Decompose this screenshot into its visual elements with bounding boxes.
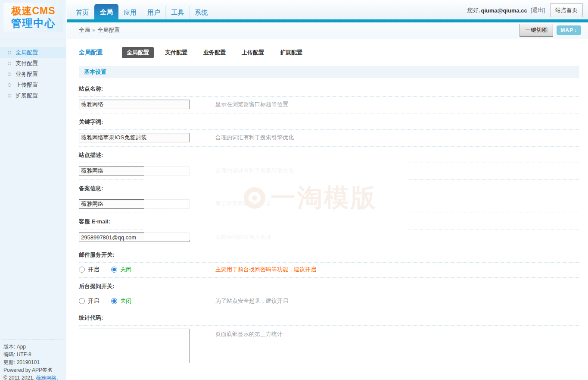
field-hint: 合理的词汇有利于搜索引擎优化: [215, 134, 294, 141]
sidebar-item-label: 支付配置: [16, 58, 38, 69]
field-label-site-description: 站点描述:: [79, 147, 579, 163]
copyright-link[interactable]: 薇雅网络.: [36, 375, 58, 380]
breadcrumb-current: 全局配置: [97, 27, 120, 33]
version-info: 版本: App: [3, 343, 63, 351]
field-hint: 显示在页面底部等位置: [215, 200, 271, 208]
radio-selected-icon[interactable]: [111, 267, 117, 273]
field-label-service-email: 客服 E-mail:: [79, 213, 579, 229]
statistics-code-textarea[interactable]: [79, 329, 190, 363]
main-nav: 首页 全局 应用 用户 工具 系统: [70, 4, 213, 19]
radio-selected-icon[interactable]: [111, 298, 117, 304]
content-panel: 全局配置 全局配置 支付配置 业务配置 上传配置 扩展配置 基本设置 站点名称:…: [67, 38, 588, 380]
sidebar-item-payment-config[interactable]: 支付配置: [0, 58, 66, 69]
sidebar-item-global-config[interactable]: 全局配置: [0, 47, 66, 58]
site-home-button[interactable]: 站点首页: [550, 3, 583, 17]
encoding-info: 编码: UTF-8: [3, 351, 63, 358]
bullet-icon: [8, 83, 11, 87]
tab-payment-config[interactable]: 支付配置: [160, 47, 192, 58]
sidebar-item-label: 上传配置: [16, 79, 38, 90]
tab-upload-config[interactable]: 上传配置: [237, 47, 269, 58]
icp-record-input[interactable]: [79, 199, 190, 209]
bullet-icon: [8, 72, 11, 76]
nav-item-tools[interactable]: 工具: [166, 6, 190, 19]
field-row-icp-record: 显示在页面底部等位置: [79, 196, 579, 213]
site-description-input[interactable]: [79, 166, 190, 176]
sidebar-item-upload-config[interactable]: 上传配置: [0, 79, 66, 90]
admin-question-radio-group: 开启 关闭: [79, 297, 215, 305]
user-info: 您好, qiuma@qiuma.cc [退出] 站点首页: [467, 3, 583, 17]
field-row-statistics-code: 页面底部显示的第三方统计: [79, 326, 579, 372]
logo-line-1: 极速CMS: [3, 5, 63, 17]
breadcrumb-parent[interactable]: 全局: [79, 27, 90, 33]
powered-info: Powered by APP签名: [3, 366, 63, 374]
field-row-service-email: 发邮件时的发件人地址: [79, 229, 579, 246]
field-hint: 页面底部显示的第三方统计: [215, 330, 283, 338]
section-basic-settings: 基本设置: [79, 66, 579, 78]
field-hint: 主要用于前台找回密码等功能，建议开启: [215, 266, 316, 273]
sidebar-menu: 全局配置 支付配置 业务配置 上传配置 扩展配置: [0, 47, 66, 101]
field-hint: 为了站点安全起见，建议开启: [215, 297, 288, 305]
field-row-keywords: 合理的词汇有利于搜索引擎优化: [79, 130, 579, 147]
radio-option-on[interactable]: 开启: [79, 266, 99, 273]
mail-service-radio-group: 开启 关闭: [79, 266, 215, 273]
nav-item-home[interactable]: 首页: [70, 6, 94, 19]
sidebar: 极速CMS 管理中心 全局配置 支付配置 业务配置 上传配置: [0, 0, 66, 380]
arrow-down-icon: ↓: [574, 27, 577, 33]
field-row-admin-question-switch: 开启 关闭 为了站点安全起见，建议开启: [79, 294, 579, 309]
admin-page: 极速CMS 管理中心 全局配置 支付配置 业务配置 上传配置: [0, 0, 588, 380]
radio-option-off[interactable]: 关闭: [111, 266, 131, 273]
tab-business-config[interactable]: 业务配置: [199, 47, 230, 58]
field-hint: 发邮件时的发件人地址: [215, 233, 271, 241]
nav-item-apps[interactable]: 应用: [118, 6, 142, 19]
field-label-icp-record: 备案信息:: [79, 180, 579, 196]
bullet-icon: [8, 94, 11, 97]
bullet-icon: [8, 51, 11, 54]
one-click-snapshot-button[interactable]: 一键切图: [520, 24, 553, 37]
sidebar-item-extension-config[interactable]: 扩展配置: [0, 90, 66, 101]
logout-link[interactable]: [退出]: [531, 6, 545, 14]
user-email: qiuma@qiuma.cc: [481, 7, 527, 14]
bullet-icon: [8, 62, 11, 65]
field-label-mail-service-switch: 邮件服务开关:: [79, 246, 579, 263]
sidebar-footer: 版本: App 编码: UTF-8 更新: 20190101 Powered b…: [2, 339, 63, 380]
field-label-site-name: 站点名称:: [79, 80, 579, 97]
update-info: 更新: 20190101: [3, 358, 63, 366]
sidebar-item-label: 扩展配置: [16, 90, 38, 101]
map-button[interactable]: MAP↓: [557, 25, 581, 35]
tab-extension-config[interactable]: 扩展配置: [275, 47, 307, 58]
field-label-admin-question-switch: 后台提问开关:: [79, 278, 579, 294]
nav-item-users[interactable]: 用户: [142, 6, 166, 19]
field-hint: 合理的描述有利于搜索引擎优化: [215, 167, 294, 175]
field-row-site-name: 显示在浏览器窗口标题等位置: [79, 97, 579, 113]
field-label-keywords: 关键字词:: [79, 113, 579, 130]
greeting-text: 您好,: [467, 6, 480, 14]
field-hint: 显示在浏览器窗口标题等位置: [215, 100, 288, 108]
radio-unselected-icon[interactable]: [79, 267, 85, 273]
app-logo[interactable]: 极速CMS 管理中心: [3, 3, 63, 32]
main-column: 首页 全局 应用 用户 工具 系统 您好, qiuma@qiuma.cc [退出…: [67, 0, 588, 380]
logo-line-2: 管理中心: [3, 17, 63, 29]
sidebar-divider: [0, 40, 66, 40]
page-title-link[interactable]: 全局配置: [79, 49, 103, 57]
nav-item-global[interactable]: 全局: [94, 4, 118, 19]
sidebar-item-label: 全局配置: [16, 47, 38, 58]
top-header: 首页 全局 应用 用户 工具 系统 您好, qiuma@qiuma.cc [退出…: [67, 0, 588, 19]
site-name-input[interactable]: [79, 100, 190, 109]
keywords-input[interactable]: [79, 133, 190, 142]
radio-option-off[interactable]: 关闭: [111, 297, 131, 305]
breadcrumb-separator: »: [92, 27, 95, 33]
radio-option-on[interactable]: 开启: [79, 297, 99, 305]
sidebar-item-business-config[interactable]: 业务配置: [0, 69, 66, 79]
tab-global-config[interactable]: 全局配置: [122, 47, 154, 58]
service-email-input[interactable]: [79, 232, 190, 242]
sidebar-item-label: 业务配置: [16, 69, 38, 79]
copyright: © 2011-2021, 薇雅网络.: [3, 374, 63, 380]
breadcrumb: 全局»全局配置: [79, 26, 520, 34]
page-tabs: 全局配置 全局配置 支付配置 业务配置 上传配置 扩展配置: [79, 47, 579, 58]
nav-item-system[interactable]: 系统: [190, 6, 213, 19]
radio-unselected-icon[interactable]: [79, 298, 85, 304]
field-row-site-description: 合理的描述有利于搜索引擎优化: [79, 163, 579, 180]
field-label-statistics-code: 统计代码:: [79, 309, 579, 326]
field-row-mail-service-switch: 开启 关闭 主要用于前台找回密码等功能，建议开启: [79, 263, 579, 278]
breadcrumb-bar: 全局»全局配置 一键切图 MAP↓: [67, 22, 588, 38]
